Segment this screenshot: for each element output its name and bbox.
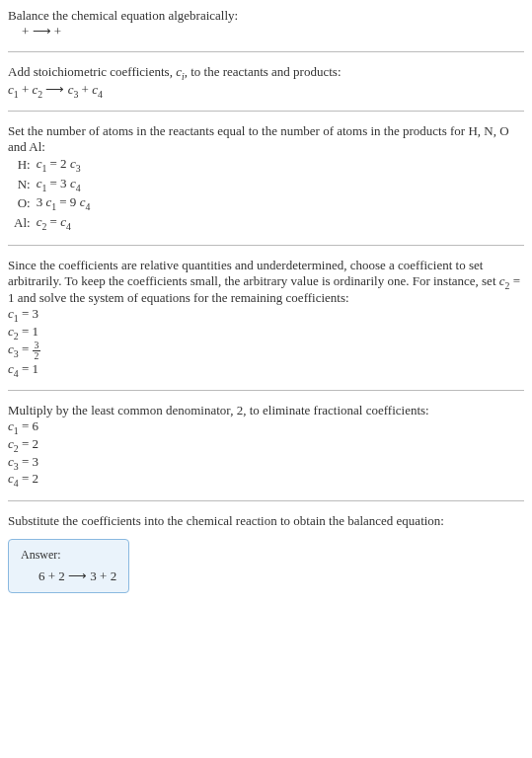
coef-result: c3 = 32 (8, 341, 524, 361)
coef-result: c4 = 2 (8, 471, 524, 489)
value: = 3 (19, 306, 38, 321)
table-row: N: c1 = 3 c4 (12, 175, 96, 194)
equation-coeffs: c1 + c2 ⟶ c3 + c4 (8, 82, 524, 100)
pre: 3 (37, 194, 46, 209)
value: = 2 (19, 436, 38, 451)
eq: = 2 (46, 156, 70, 171)
equation-cell: c1 = 2 c3 (35, 155, 97, 175)
answer-box: Answer: 6 + 2 ⟶ 3 + 2 (8, 539, 129, 593)
fraction: 32 (33, 341, 41, 361)
coef-result: c2 = 2 (8, 436, 524, 454)
text-line: Multiply by the least common denominator… (8, 403, 524, 418)
equation-cell: 3 c1 = 9 c4 (35, 193, 97, 213)
divider (8, 500, 524, 501)
coef-result: c4 = 1 (8, 361, 524, 379)
eq: = 9 (56, 194, 80, 209)
text-fragment: Since the coefficients are relative quan… (8, 258, 499, 288)
value: = 1 (19, 324, 38, 339)
equation-skeleton: + ⟶ + (22, 24, 524, 39)
value: = 6 (19, 418, 38, 433)
coef-result: c1 = 3 (8, 306, 524, 324)
coef-result: c1 = 6 (8, 418, 524, 436)
coef-result: c3 = 3 (8, 454, 524, 472)
equation-cell: c1 = 3 c4 (35, 175, 97, 194)
table-row: Al: c2 = c4 (12, 213, 96, 233)
coef-sub: 1 (14, 88, 19, 99)
arrow: ⟶ (45, 82, 67, 97)
section-substitute: Substitute the coefficients into the che… (8, 513, 524, 529)
text-fragment: Add stoichiometric coefficients, (8, 64, 176, 79)
divider (8, 111, 524, 112)
coef-sub: 4 (85, 201, 90, 212)
atom-equations-table: H: c1 = 2 c3 N: c1 = 3 c4 O: 3 c1 = 9 c4… (12, 155, 96, 232)
coef-sub: 3 (76, 163, 81, 174)
text-fragment: , to the reactants and products: (185, 64, 342, 79)
section-solve-initial: Since the coefficients are relative quan… (8, 258, 524, 379)
coef-sub: 4 (66, 221, 71, 232)
eq: = (19, 342, 33, 357)
plus: + (22, 82, 33, 97)
text-line: Balance the chemical equation algebraica… (8, 8, 524, 24)
text-line: Since the coefficients are relative quan… (8, 258, 524, 307)
element-label: N: (12, 175, 35, 194)
eq: = 3 (46, 176, 70, 190)
plus: + (82, 82, 93, 97)
coef-sub: 4 (76, 182, 81, 192)
value: = 2 (19, 471, 38, 486)
value: = 1 (19, 361, 38, 376)
text-line: Set the number of atoms in the reactants… (8, 123, 524, 155)
text-line: Substitute the coefficients into the che… (8, 513, 524, 529)
value: = 3 (19, 454, 38, 469)
element-label: O: (12, 193, 35, 213)
divider (8, 245, 524, 246)
coef-sub: 4 (98, 88, 103, 99)
equation-cell: c2 = c4 (35, 213, 97, 233)
answer-label: Answer: (21, 548, 116, 563)
coef-result: c2 = 1 (8, 324, 524, 341)
answer-equation: 6 + 2 ⟶ 3 + 2 (21, 568, 116, 584)
coef-sub: 2 (38, 88, 42, 99)
section-balance-intro: Balance the chemical equation algebraica… (8, 8, 524, 39)
eq: = (46, 214, 60, 229)
table-row: H: c1 = 2 c3 (12, 155, 96, 175)
fraction-den: 2 (33, 351, 41, 361)
text-line: Add stoichiometric coefficients, ci, to … (8, 64, 524, 82)
table-row: O: 3 c1 = 9 c4 (12, 193, 96, 213)
element-label: Al: (12, 213, 35, 233)
section-add-coeffs: Add stoichiometric coefficients, ci, to … (8, 64, 524, 99)
section-multiply-lcd: Multiply by the least common denominator… (8, 403, 524, 488)
divider (8, 390, 524, 391)
section-atom-equations: Set the number of atoms in the reactants… (8, 123, 524, 232)
divider (8, 51, 524, 52)
coef-sub: 3 (73, 88, 78, 99)
element-label: H: (12, 155, 35, 175)
